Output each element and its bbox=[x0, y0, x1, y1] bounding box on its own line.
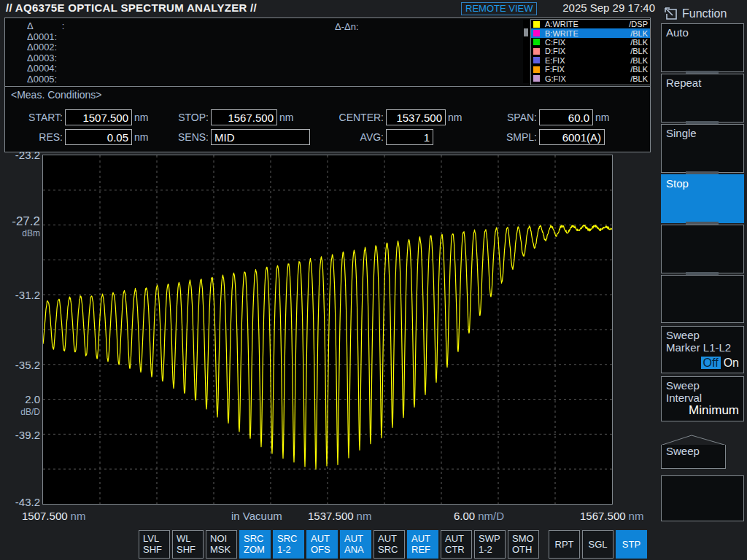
sweep-interval-value: Minimum bbox=[689, 403, 739, 418]
rpt-button[interactable]: RPT bbox=[549, 530, 580, 559]
trace-row-f[interactable]: F:FIX /BLK bbox=[531, 65, 650, 74]
x-stop-label: 1567.500nm bbox=[580, 510, 643, 522]
x-center-label: 1537.500nm bbox=[308, 510, 371, 522]
src-1-2-button[interactable]: SRC1-2 bbox=[273, 530, 304, 559]
aut-ofs-button[interactable]: AUTOFS bbox=[306, 530, 338, 559]
meas-conditions-title: <Meas. Conditions> bbox=[11, 89, 102, 101]
y-scale-label: 2.0 bbox=[0, 393, 40, 405]
span-field: SPAN: 60.0 nm bbox=[479, 109, 609, 126]
on-option[interactable]: On bbox=[724, 357, 739, 369]
trace-row-e[interactable]: E:FIX /BLK bbox=[531, 56, 650, 65]
sweep-marker-toggle[interactable]: OffOn bbox=[701, 357, 739, 370]
stop-field: STOP: 1567.500 nm bbox=[151, 109, 293, 126]
vacuum-note: in Vacuum bbox=[231, 510, 282, 522]
sweep-interval-button[interactable]: Sweep Interval Minimum bbox=[661, 376, 744, 421]
y-ref-level-label: -27.2 bbox=[0, 214, 40, 229]
y-tick-label: -39.2 bbox=[0, 429, 40, 441]
blank-softkey-1[interactable] bbox=[661, 225, 744, 273]
blank-softkey-3[interactable] bbox=[661, 475, 744, 521]
scrollbar-thumb[interactable] bbox=[524, 28, 528, 36]
meas-conditions-panel: <Meas. Conditions> START: 1507.500 nm ST… bbox=[4, 86, 651, 152]
sweep-control-toolbar: RPT SGL STP bbox=[549, 530, 647, 559]
trace-a-waveform bbox=[43, 225, 612, 470]
trace-color-swatch bbox=[533, 21, 540, 28]
sweep-marker-button[interactable]: Sweep Marker L1-L2 OffOn bbox=[661, 326, 744, 373]
trace-row-d[interactable]: D:FIX /BLK bbox=[531, 47, 650, 55]
delta-delta-n-label: Δ-Δn: bbox=[335, 21, 359, 32]
span-input[interactable]: 60.0 bbox=[539, 109, 593, 125]
y-tick-label: -23.2 bbox=[0, 149, 40, 161]
sens-field: SENS: MID bbox=[151, 128, 310, 146]
start-input[interactable]: 1507.500 bbox=[65, 109, 132, 125]
y-tick-label: -31.2 bbox=[0, 289, 40, 301]
datetime-display: 2025 Sep 29 17:40 bbox=[549, 1, 655, 14]
center-input[interactable]: 1537.500 bbox=[386, 109, 446, 125]
y-unit-label: dBm bbox=[0, 228, 40, 238]
src-zom-button[interactable]: SRCZOM bbox=[239, 530, 271, 559]
stop-button[interactable]: Stop bbox=[661, 174, 744, 223]
smpl-input[interactable]: 6001(A) bbox=[539, 129, 605, 145]
avg-field: AVG: 1 bbox=[326, 128, 433, 146]
function-panel-header: Function bbox=[662, 6, 727, 21]
y-tick-label: -43.2 bbox=[0, 496, 40, 508]
start-field: START: 1507.500 nm bbox=[5, 109, 148, 126]
trace-legend: A:WRITE /DSP B:WRITE /BLK C:FIX /BLK D:F… bbox=[530, 19, 651, 85]
auto-button[interactable]: Auto bbox=[661, 23, 744, 72]
x-start-label: 1507.500nm bbox=[22, 510, 85, 522]
trace-row-b[interactable]: B:WRITE /BLK bbox=[531, 28, 650, 37]
aut-ana-button[interactable]: AUTANA bbox=[340, 530, 371, 559]
sgl-button[interactable]: SGL bbox=[582, 530, 614, 559]
stop-input[interactable]: 1567.500 bbox=[211, 109, 277, 125]
marker-rows: Δ : Δ0001: Δ0002: Δ0003: Δ0004: Δ0005: bbox=[27, 21, 64, 85]
lvl-shf-button[interactable]: LVLSHF bbox=[139, 530, 170, 559]
function-shortcut-toolbar: LVLSHF WLSHF NOIMSK SRCZOM SRC1-2 AUTOFS… bbox=[139, 530, 539, 559]
sens-input[interactable]: MID bbox=[211, 129, 310, 145]
spectrum-chart bbox=[43, 155, 612, 504]
remote-view-badge: REMOTE VIEW bbox=[461, 2, 537, 15]
noi-msk-button[interactable]: NOIMSK bbox=[206, 530, 237, 559]
trace-row-c[interactable]: C:FIX /BLK bbox=[531, 38, 650, 47]
aut-ref-button[interactable]: AUTREF bbox=[407, 530, 438, 559]
swp-1-2-button[interactable]: SWP1-2 bbox=[474, 530, 506, 559]
trace-row-a[interactable]: A:WRITE /DSP bbox=[531, 20, 650, 28]
trace-row-g[interactable]: G:FIX /BLK bbox=[531, 74, 650, 82]
trace-color-swatch bbox=[533, 75, 540, 82]
wl-shf-button[interactable]: WLSHF bbox=[172, 530, 204, 559]
app-title: // AQ6375E OPTICAL SPECTRUM ANALYZER // bbox=[6, 1, 257, 14]
menu-title-sweep: Sweep bbox=[661, 445, 726, 469]
trace-color-swatch bbox=[533, 30, 540, 36]
trace-color-swatch bbox=[533, 39, 540, 45]
off-option[interactable]: Off bbox=[701, 357, 721, 369]
repeat-button[interactable]: Repeat bbox=[661, 74, 744, 122]
spectrum-plot-area[interactable] bbox=[42, 155, 613, 505]
trace-color-swatch bbox=[533, 66, 540, 73]
menu-title-peak bbox=[661, 435, 726, 446]
stp-button[interactable]: STP bbox=[616, 530, 647, 559]
blank-softkey-2[interactable] bbox=[661, 275, 744, 323]
res-field: RES: 0.05 nm bbox=[5, 128, 148, 146]
avg-input[interactable]: 1 bbox=[386, 129, 433, 145]
x-per-div-label: 6.00nm/D bbox=[454, 510, 504, 522]
trace-list-scrollbar[interactable] bbox=[523, 20, 529, 83]
aut-src-button[interactable]: AUTSRC bbox=[374, 530, 405, 559]
single-button[interactable]: Single bbox=[661, 124, 744, 173]
y-scale-unit-label: dB/D bbox=[0, 407, 40, 417]
trace-color-swatch bbox=[533, 57, 540, 63]
y-tick-label: -35.2 bbox=[0, 359, 40, 371]
trace-color-swatch bbox=[533, 48, 540, 55]
center-field: CENTER: 1537.500 nm bbox=[326, 109, 462, 126]
smpl-field: SMPL: 6001(A) bbox=[479, 128, 605, 146]
function-arrow-icon bbox=[662, 6, 678, 21]
aut-ctr-button[interactable]: AUTCTR bbox=[441, 530, 472, 559]
smo-oth-button[interactable]: SMOOTH bbox=[508, 530, 539, 559]
res-input[interactable]: 0.05 bbox=[65, 129, 132, 145]
